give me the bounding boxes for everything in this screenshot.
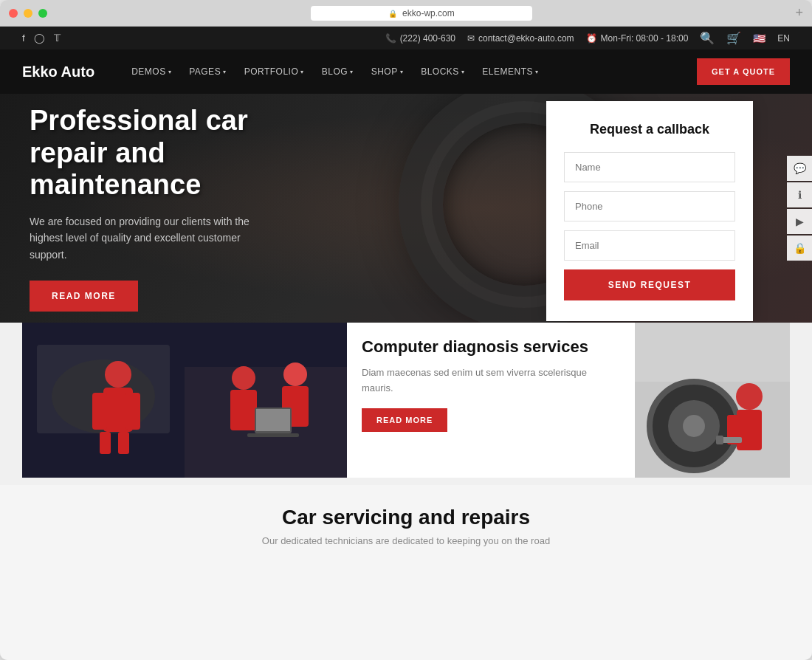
browser-window: ekko-wp.com + f ◯ 𝕋 📞 (222) 400-630 [0, 0, 812, 660]
chevron-down-icon: ▾ [168, 69, 172, 75]
phone-input[interactable] [564, 191, 735, 221]
bottom-subtitle: Our dedicated technicians are dedicated … [22, 535, 790, 546]
svg-point-11 [232, 366, 255, 390]
mechanic-image-3 [635, 323, 790, 478]
phone-number: (222) 400-630 [400, 33, 455, 44]
nav-elements[interactable]: ELEMENTS ▾ [475, 61, 546, 83]
address-bar-container: ekko-wp.com [53, 6, 789, 21]
svg-point-3 [105, 361, 131, 388]
hours-text: Mon-Fri: 08:00 - 18:00 [601, 33, 689, 44]
services-row: Computer diagnosis services Diam maecena… [22, 323, 790, 478]
svg-point-22 [683, 415, 705, 437]
hero-subtitle: We are focused on providing our clients … [30, 213, 266, 263]
services-section: Computer diagnosis services Diam maecena… [0, 323, 812, 485]
url-text: ekko-wp.com [402, 8, 455, 18]
top-bar: f ◯ 𝕋 📞 (222) 400-630 ✉ contact@ekko-aut… [0, 27, 812, 49]
close-button[interactable] [9, 9, 18, 18]
minimize-button[interactable] [24, 9, 32, 18]
email-input[interactable] [564, 230, 735, 261]
svg-rect-17 [247, 433, 299, 437]
service-image-3 [635, 323, 790, 478]
language-selector[interactable]: EN [777, 33, 790, 44]
nav-pages[interactable]: PAGES ▾ [182, 61, 233, 83]
navbar: Ekko Auto DEMOS ▾ PAGES ▾ PORTFOLIO ▾ [0, 49, 812, 94]
hero-content: Professional car repair and maintenance … [0, 94, 340, 323]
callback-form-title: Request a callback [564, 122, 735, 137]
email-info: ✉ contact@ekko-auto.com [467, 33, 574, 44]
email-icon: ✉ [467, 33, 475, 44]
top-bar-social: f ◯ 𝕋 [22, 32, 61, 44]
svg-rect-6 [125, 393, 140, 430]
flag-icon: 🇺🇸 [753, 32, 765, 44]
service-image-1 [22, 323, 185, 478]
service-card-content: Computer diagnosis services Diam maecena… [347, 323, 635, 478]
nav-blog[interactable]: BLOG ▾ [314, 61, 361, 83]
chevron-down-icon: ▾ [223, 69, 227, 75]
url-bar[interactable]: ekko-wp.com [311, 6, 532, 21]
service-text-card: Computer diagnosis services Diam maecena… [347, 323, 635, 478]
facebook-icon[interactable]: f [22, 32, 25, 44]
nav-shop[interactable]: SHOP ▾ [364, 61, 411, 83]
chevron-down-icon: ▾ [461, 69, 465, 75]
hours-info: ⏰ Mon-Fri: 08:00 - 18:00 [586, 33, 689, 44]
mechanic-image-1 [22, 323, 185, 478]
email-address: contact@ekko-auto.com [478, 33, 574, 44]
svg-rect-8 [118, 432, 129, 454]
site-logo[interactable]: Ekko Auto [22, 63, 94, 80]
service-card-title: Computer diagnosis services [362, 337, 620, 357]
nav-demos[interactable]: DEMOS ▾ [124, 61, 179, 83]
bottom-title: Car servicing and repairs [22, 506, 790, 529]
play-side-icon[interactable]: ▶ [787, 209, 812, 234]
svg-rect-7 [100, 432, 111, 454]
cart-icon[interactable]: 🛒 [726, 31, 741, 45]
svg-point-13 [283, 362, 307, 386]
phone-icon: 📞 [385, 33, 396, 44]
svg-rect-12 [230, 390, 257, 430]
svg-point-23 [736, 383, 763, 410]
read-more-button[interactable]: READ MORE [30, 281, 138, 312]
hero-section: Professional car repair and maintenance … [0, 94, 812, 323]
svg-rect-27 [716, 436, 723, 444]
service-read-more-button[interactable]: READ MORE [362, 408, 447, 432]
instagram-icon[interactable]: ◯ [34, 32, 45, 44]
lock-side-icon[interactable]: 🔒 [787, 236, 812, 261]
chevron-down-icon: ▾ [535, 69, 539, 75]
top-bar-info: 📞 (222) 400-630 ✉ contact@ekko-auto.com … [385, 31, 790, 45]
comment-side-icon[interactable]: 💬 [787, 156, 812, 181]
maximize-button[interactable] [38, 9, 47, 18]
hero-title: Professional car repair and maintenance [30, 105, 310, 202]
bottom-section: Car servicing and repairs Our dedicated … [0, 485, 812, 660]
svg-rect-16 [256, 409, 290, 431]
side-icons: 💬 ℹ ▶ 🔒 [787, 156, 812, 261]
nav-portfolio[interactable]: PORTFOLIO ▾ [237, 61, 312, 83]
info-side-icon[interactable]: ℹ [787, 182, 812, 207]
send-request-button[interactable]: SEND REQUEST [564, 269, 735, 300]
chevron-down-icon: ▾ [350, 69, 354, 75]
name-input[interactable] [564, 152, 735, 182]
chevron-down-icon: ▾ [400, 69, 404, 75]
twitter-icon[interactable]: 𝕋 [54, 32, 61, 44]
clock-icon: ⏰ [586, 33, 597, 44]
website: f ◯ 𝕋 📞 (222) 400-630 ✉ contact@ekko-aut… [0, 27, 812, 660]
browser-content: f ◯ 𝕋 📞 (222) 400-630 ✉ contact@ekko-aut… [0, 27, 812, 660]
svg-rect-24 [737, 410, 762, 450]
search-icon[interactable]: 🔍 [700, 31, 715, 45]
browser-titlebar: ekko-wp.com + [0, 0, 812, 27]
mechanic-image-2 [185, 323, 347, 478]
service-image-2 [185, 323, 347, 478]
chevron-down-icon: ▾ [300, 69, 304, 75]
new-tab-button[interactable]: + [795, 5, 803, 21]
svg-rect-5 [92, 393, 107, 430]
get-quote-button[interactable]: GET A QUOTE [697, 58, 790, 85]
nav-links: DEMOS ▾ PAGES ▾ PORTFOLIO ▾ BLOG ▾ [124, 61, 697, 83]
phone-info: 📞 (222) 400-630 [385, 33, 455, 44]
service-card-description: Diam maecenas sed enim ut sem viverra sc… [362, 365, 620, 396]
callback-form: Request a callback SEND REQUEST [546, 101, 753, 321]
nav-blocks[interactable]: BLOCKS ▾ [413, 61, 472, 83]
